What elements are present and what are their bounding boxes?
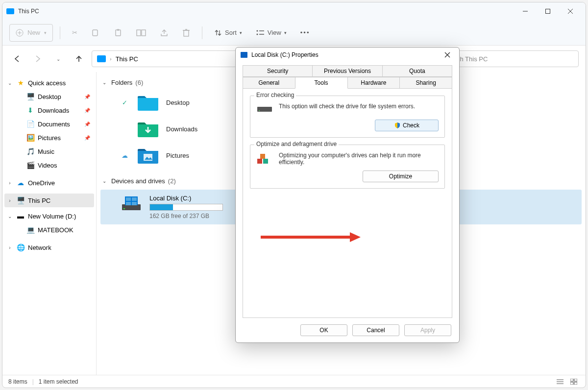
chevron-down-icon: ⌄ — [56, 56, 60, 62]
close-button[interactable] — [559, 2, 582, 20]
chevron-right-icon: › — [110, 56, 112, 62]
svg-rect-7 — [93, 30, 98, 36]
tab-security[interactable]: Security — [243, 65, 313, 77]
sidebar-item-pictures[interactable]: 🖼️ Pictures 📌 — [14, 131, 94, 145]
svg-rect-30 — [570, 379, 573, 381]
rename-button[interactable] — [131, 24, 151, 42]
search-input[interactable]: ch This PC — [451, 50, 579, 67]
view-icon — [256, 29, 265, 36]
check-button[interactable]: Check — [375, 120, 439, 131]
svg-rect-26 — [132, 202, 137, 205]
shield-icon — [394, 122, 401, 129]
svg-rect-24 — [132, 197, 137, 201]
device-icon: 💻 — [26, 225, 35, 234]
more-icon: ••• — [300, 29, 310, 36]
sidebar-label: Desktop — [38, 93, 61, 100]
sidebar-label: Pictures — [38, 134, 61, 142]
sidebar-item-desktop[interactable]: 🖥️ Desktop 📌 — [14, 90, 94, 103]
plus-icon — [16, 29, 24, 37]
new-button[interactable]: New ▾ — [9, 24, 53, 42]
view-button[interactable]: View ▾ — [251, 24, 292, 42]
sidebar-network[interactable]: › 🌐 Network — [4, 241, 94, 254]
share-icon — [160, 29, 169, 37]
svg-rect-23 — [126, 197, 131, 201]
sidebar-new-volume[interactable]: ⌄ ▬ New Volume (D:) — [4, 209, 94, 223]
window-title: This PC — [18, 8, 39, 15]
status-selected: 1 item selected — [39, 378, 78, 385]
music-icon: 🎵 — [26, 147, 35, 156]
sidebar-matebook[interactable]: 💻 MATEBOOK — [14, 223, 94, 237]
dialog-titlebar: Local Disk (C:) Properties — [236, 48, 459, 62]
dialog-tabs: Security Previous Versions Quota General… — [236, 62, 459, 318]
videos-icon: 🎬 — [26, 161, 35, 170]
sidebar-this-pc[interactable]: › 🖥️ This PC — [4, 194, 94, 207]
tiles-view-button[interactable] — [568, 377, 580, 387]
titlebar: This PC — [2, 2, 586, 20]
optimize-button[interactable]: Optimize — [363, 171, 439, 182]
group-count: (6) — [135, 79, 143, 86]
tab-quota[interactable]: Quota — [382, 65, 452, 77]
apply-button[interactable]: Apply — [404, 324, 451, 336]
dialog-buttons: OK Cancel Apply — [236, 318, 459, 342]
svg-rect-11 — [142, 30, 146, 36]
tab-hardware[interactable]: Hardware — [347, 77, 400, 89]
sidebar-label: New Volume (D:) — [28, 213, 76, 220]
tab-sharing[interactable]: Sharing — [399, 77, 452, 89]
forward-button[interactable] — [30, 51, 46, 67]
back-button[interactable] — [9, 51, 25, 67]
svg-rect-1 — [546, 9, 550, 14]
new-label: New — [27, 29, 40, 36]
more-button[interactable]: ••• — [295, 24, 315, 42]
item-label: Downloads — [166, 125, 197, 133]
sidebar-item-videos[interactable]: 🎬 Videos — [14, 158, 94, 172]
dialog-close-button[interactable] — [441, 48, 454, 62]
tab-previous-versions[interactable]: Previous Versions — [312, 65, 382, 77]
copy-button[interactable] — [86, 24, 105, 42]
search-placeholder: ch This PC — [457, 55, 488, 63]
cloud-icon: ☁ — [16, 178, 25, 187]
sort-button[interactable]: Sort ▾ — [209, 24, 247, 42]
sidebar-label: This PC — [28, 197, 50, 204]
cancel-button[interactable]: Cancel — [352, 324, 399, 336]
minimize-button[interactable] — [514, 2, 537, 20]
sync-status-icon: ✓ — [119, 99, 130, 106]
trash-icon — [182, 28, 190, 37]
up-button[interactable] — [71, 51, 87, 67]
tab-general[interactable]: General — [243, 77, 295, 89]
sidebar-quick-access[interactable]: ⌄ ★ Quick access — [4, 76, 94, 90]
annotation-arrow — [259, 231, 362, 244]
sort-icon — [214, 29, 222, 37]
groupbox-error-checking: Error checking This option will check th… — [250, 96, 445, 138]
maximize-button[interactable] — [537, 2, 559, 20]
sidebar-onedrive[interactable]: › ☁ OneDrive — [4, 176, 94, 190]
recent-button[interactable]: ⌄ — [50, 51, 66, 67]
sidebar-item-downloads[interactable]: ⬇ Downloads 📌 — [14, 103, 94, 117]
sidebar-item-music[interactable]: 🎵 Music — [14, 145, 94, 158]
tab-tools[interactable]: Tools — [295, 77, 348, 89]
folder-icon — [137, 120, 159, 138]
tab-body: Error checking This option will check th… — [243, 89, 452, 318]
details-view-button[interactable] — [554, 377, 566, 387]
sidebar-label: Quick access — [28, 79, 66, 87]
toolbar: New ▾ ✂ Sort ▾ View ▾ ••• — [2, 20, 586, 46]
optimize-label: Optimize — [389, 173, 412, 180]
svg-rect-12 — [184, 30, 189, 36]
ok-button[interactable]: OK — [300, 324, 347, 336]
sidebar-label: Videos — [38, 162, 57, 169]
chevron-down-icon: ▾ — [44, 30, 47, 35]
chevron-down-icon: ⌄ — [6, 80, 13, 86]
paste-button[interactable] — [109, 24, 127, 42]
cut-button[interactable]: ✂ — [67, 24, 82, 42]
optimize-text: Optimizing your computer's drives can he… — [279, 152, 439, 166]
chevron-down-icon: ⌄ — [102, 178, 108, 184]
sidebar-item-documents[interactable]: 📄 Documents 📌 — [14, 117, 94, 131]
share-button[interactable] — [155, 24, 173, 42]
group-label: Devices and drives — [111, 177, 165, 185]
delete-button[interactable] — [177, 24, 195, 42]
folder-icon — [137, 93, 159, 112]
this-pc-icon — [97, 55, 106, 62]
drive-icon — [120, 195, 143, 213]
drive-icon — [256, 103, 273, 115]
pin-icon: 📌 — [84, 135, 90, 141]
this-pc-icon — [6, 8, 14, 14]
